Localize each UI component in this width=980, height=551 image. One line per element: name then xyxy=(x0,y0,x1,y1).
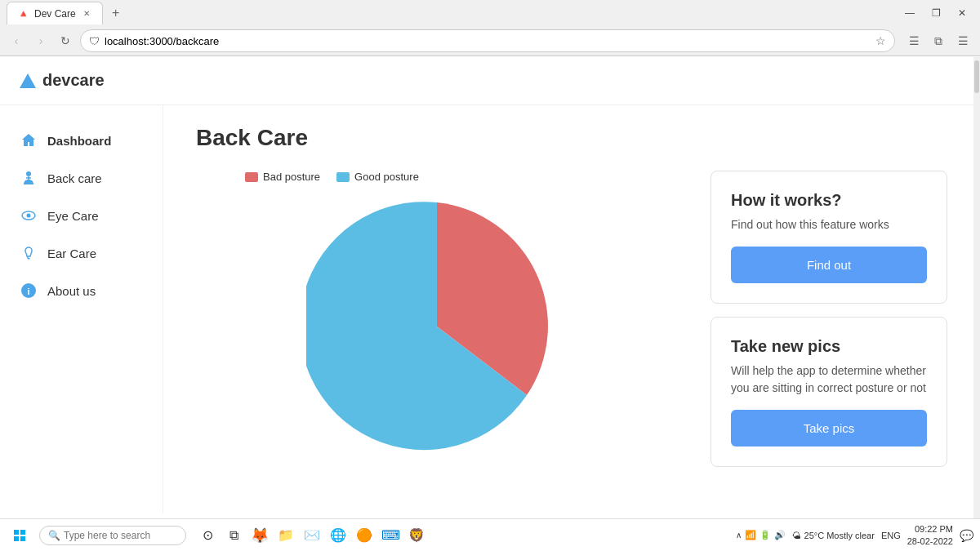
take-pics-button[interactable]: Take pics xyxy=(731,410,927,447)
forward-button[interactable]: › xyxy=(31,31,51,51)
ear-icon xyxy=(20,244,38,262)
take-pics-title: Take new pics xyxy=(731,337,927,356)
address-input[interactable] xyxy=(105,35,871,47)
sidebar-toggle-icon[interactable]: ⧉ xyxy=(928,30,949,51)
pie-chart-wrapper xyxy=(196,196,678,457)
person-icon xyxy=(20,169,38,187)
new-tab-button[interactable]: + xyxy=(106,3,126,23)
chart-section: Bad posture Good posture xyxy=(196,171,947,467)
sidebar-label-earcare: Ear Care xyxy=(47,247,96,260)
app-body: Dashboard Back care xyxy=(0,105,980,513)
minimize-button[interactable]: — xyxy=(898,5,921,21)
star-icon[interactable]: ☆ xyxy=(875,34,886,47)
right-panel: How it works? Find out how this feature … xyxy=(710,171,947,467)
sidebar-item-earcare[interactable]: Ear Care xyxy=(0,234,163,272)
svg-point-4 xyxy=(27,214,31,218)
scrollbar-thumb[interactable] xyxy=(974,60,979,93)
info-icon: i xyxy=(20,282,38,300)
bad-posture-swatch xyxy=(245,172,258,182)
browser-chrome: 🔺 Dev Care ✕ + — ❐ ✕ ‹ › ↻ 🛡 ☆ ☰ ⧉ ☰ xyxy=(0,0,980,56)
browser-titlebar: 🔺 Dev Care ✕ + — ❐ ✕ xyxy=(0,0,980,26)
logo-text: devcare xyxy=(42,71,105,90)
logo-triangle-icon xyxy=(20,73,36,88)
svg-text:i: i xyxy=(27,287,29,296)
legend-good-posture-label: Good posture xyxy=(354,171,419,183)
scrollbar[interactable] xyxy=(973,57,980,513)
app-wrapper: devcare Dashboard xyxy=(0,56,980,513)
eye-icon xyxy=(20,207,38,224)
tab-title: Dev Care xyxy=(34,8,76,20)
browser-tab[interactable]: 🔺 Dev Care ✕ xyxy=(7,2,103,24)
sidebar-item-dashboard[interactable]: Dashboard xyxy=(0,122,163,159)
home-icon xyxy=(20,131,38,149)
take-pics-desc: Will help the app to determine whether y… xyxy=(731,362,927,397)
legend-bad-posture-label: Bad posture xyxy=(263,171,320,183)
how-it-works-title: How it works? xyxy=(731,191,927,210)
window-controls: — ❐ ✕ xyxy=(898,5,973,21)
app-header: devcare xyxy=(0,56,980,105)
how-it-works-card: How it works? Find out how this feature … xyxy=(710,171,947,304)
how-it-works-desc: Find out how this feature works xyxy=(731,216,927,233)
logo: devcare xyxy=(20,71,105,90)
address-bar-container[interactable]: 🛡 ☆ xyxy=(80,29,895,52)
bookmarks-icon[interactable]: ☰ xyxy=(903,30,924,51)
svg-point-0 xyxy=(26,171,31,176)
legend-bad-posture: Bad posture xyxy=(245,171,320,183)
main-content: Back Care Bad posture Good posture xyxy=(163,105,980,513)
tab-close-btn[interactable]: ✕ xyxy=(81,8,92,20)
refresh-button[interactable]: ↻ xyxy=(56,31,75,51)
sidebar-label-eyecare: Eye Care xyxy=(47,209,99,223)
restore-button[interactable]: ❐ xyxy=(924,5,947,21)
sidebar-label-backcare: Back care xyxy=(47,171,102,185)
find-out-button[interactable]: Find out xyxy=(731,247,927,283)
legend-good-posture: Good posture xyxy=(336,171,419,183)
browser-toolbar: ‹ › ↻ 🛡 ☆ ☰ ⧉ ☰ xyxy=(0,26,980,56)
sidebar-label-dashboard: Dashboard xyxy=(47,134,111,148)
good-posture-swatch xyxy=(336,172,350,182)
sidebar-item-eyecare[interactable]: Eye Care xyxy=(0,197,163,234)
sidebar-item-backcare[interactable]: Back care xyxy=(0,159,163,197)
browser-icons: ☰ ⧉ ☰ xyxy=(903,30,973,51)
page-title: Back Care xyxy=(196,125,947,151)
menu-icon[interactable]: ☰ xyxy=(952,30,973,51)
sidebar: Dashboard Back care xyxy=(0,105,163,513)
sidebar-label-about: About us xyxy=(47,284,96,298)
pie-chart xyxy=(306,196,568,457)
take-pics-card: Take new pics Will help the app to deter… xyxy=(710,317,947,467)
chart-legend: Bad posture Good posture xyxy=(196,171,678,183)
shield-icon: 🛡 xyxy=(89,35,100,47)
chart-container: Bad posture Good posture xyxy=(196,171,678,467)
back-button[interactable]: ‹ xyxy=(7,31,26,51)
close-button[interactable]: ✕ xyxy=(951,5,973,21)
sidebar-item-about[interactable]: i About us xyxy=(0,272,163,309)
